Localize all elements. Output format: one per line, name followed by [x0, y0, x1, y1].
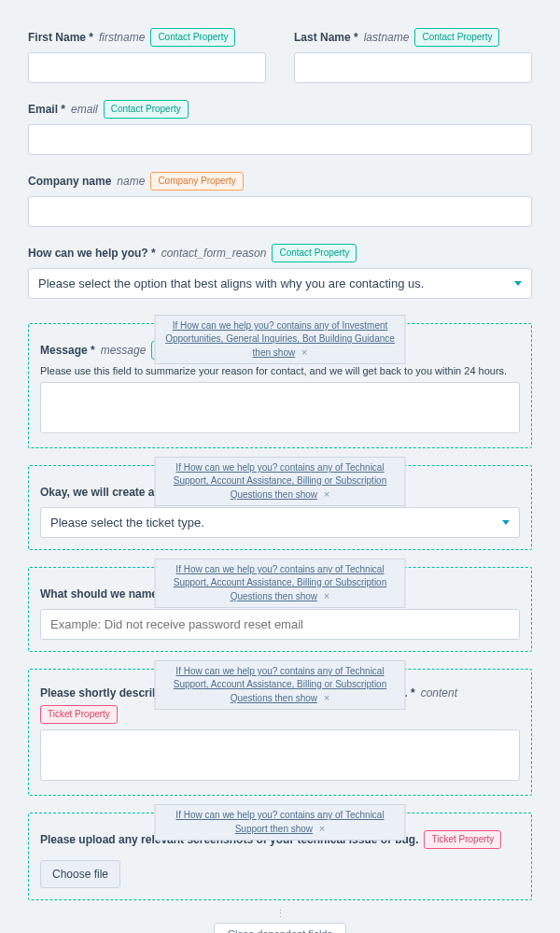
dep-message-box: If How can we help you? contains any of …	[28, 323, 532, 448]
dep-upload-box: If How can we help you? contains any of …	[28, 813, 532, 900]
upload-tag: Ticket Property	[424, 830, 501, 849]
close-dependent-fields-button[interactable]: Close dependent fields	[214, 923, 346, 933]
dep-upload-condition: If How can we help you? contains any of …	[155, 804, 406, 841]
last-name-input[interactable]	[294, 52, 532, 83]
email-api: email	[71, 103, 98, 116]
content-input[interactable]	[40, 729, 520, 781]
first-name-tag: Contact Property	[150, 28, 235, 47]
message-help: Please use this field to summarize your …	[40, 365, 520, 376]
email-input[interactable]	[28, 124, 532, 155]
subject-input[interactable]	[40, 609, 520, 640]
dep-content-condition: If How can we help you? contains any of …	[155, 660, 406, 710]
ticket-type-select[interactable]: Please select the ticket type.	[40, 507, 520, 538]
close-icon[interactable]: ×	[324, 590, 329, 601]
message-api: message	[101, 344, 147, 357]
condition-link[interactable]: If How can we help you? contains any of …	[174, 564, 386, 601]
company-field: Company name name Company Property	[28, 172, 532, 227]
dep-message-condition: If How can we help you? contains any of …	[155, 315, 406, 364]
help-tag: Contact Property	[272, 244, 357, 262]
content-tag: Ticket Property	[40, 705, 118, 724]
ticket-type-select-text: Please select the ticket type.	[50, 516, 204, 530]
chevron-down-icon	[514, 281, 522, 286]
dep-content-box: If How can we help you? contains any of …	[28, 669, 532, 796]
chevron-down-icon	[502, 520, 510, 525]
connector-icon: ⋮	[28, 910, 532, 917]
close-icon[interactable]: ×	[324, 692, 329, 703]
email-field: Email * email Contact Property	[28, 100, 532, 155]
help-select[interactable]: Please select the option that best align…	[28, 268, 532, 299]
message-label: Message *	[40, 344, 95, 357]
company-input[interactable]	[28, 196, 532, 227]
dep-subject-box: If How can we help you? contains any of …	[28, 567, 532, 652]
last-name-tag: Contact Property	[414, 28, 499, 47]
choose-file-button[interactable]: Choose file	[40, 860, 120, 888]
dep-ticket-type-box: If How can we help you? contains any of …	[28, 465, 532, 550]
first-name-field: First Name * firstname Contact Property	[28, 28, 266, 83]
first-name-api: firstname	[99, 31, 145, 44]
dep-ticket-type-condition: If How can we help you? contains any of …	[155, 457, 406, 506]
email-label: Email *	[28, 103, 65, 116]
first-name-input[interactable]	[28, 52, 266, 83]
company-tag: Company Property	[150, 172, 243, 191]
condition-link[interactable]: If How can we help you? contains any of …	[175, 810, 384, 834]
close-icon[interactable]: ×	[324, 488, 329, 500]
content-api: content	[421, 686, 457, 700]
close-icon[interactable]: ×	[319, 823, 325, 834]
condition-link[interactable]: If How can we help you? contains any of …	[174, 666, 386, 703]
last-name-label: Last Name *	[294, 31, 358, 44]
last-name-api: lastname	[364, 31, 410, 44]
condition-link[interactable]: If How can we help you? contains any of …	[174, 462, 386, 500]
company-api: name	[117, 175, 145, 188]
help-field: How can we help you? * contact_form_reas…	[28, 244, 532, 299]
email-tag: Contact Property	[104, 100, 189, 119]
message-input[interactable]	[40, 382, 520, 433]
dep-subject-condition: If How can we help you? contains any of …	[155, 558, 406, 608]
last-name-field: Last Name * lastname Contact Property	[294, 28, 532, 83]
first-name-label: First Name *	[28, 31, 93, 44]
company-label: Company name	[28, 175, 111, 188]
help-select-text: Please select the option that best align…	[38, 276, 424, 290]
help-label: How can we help you? *	[28, 247, 156, 260]
help-api: contact_form_reason	[161, 247, 267, 260]
condition-link[interactable]: If How can we help you? contains any of …	[165, 320, 395, 358]
close-icon[interactable]: ×	[301, 346, 307, 358]
